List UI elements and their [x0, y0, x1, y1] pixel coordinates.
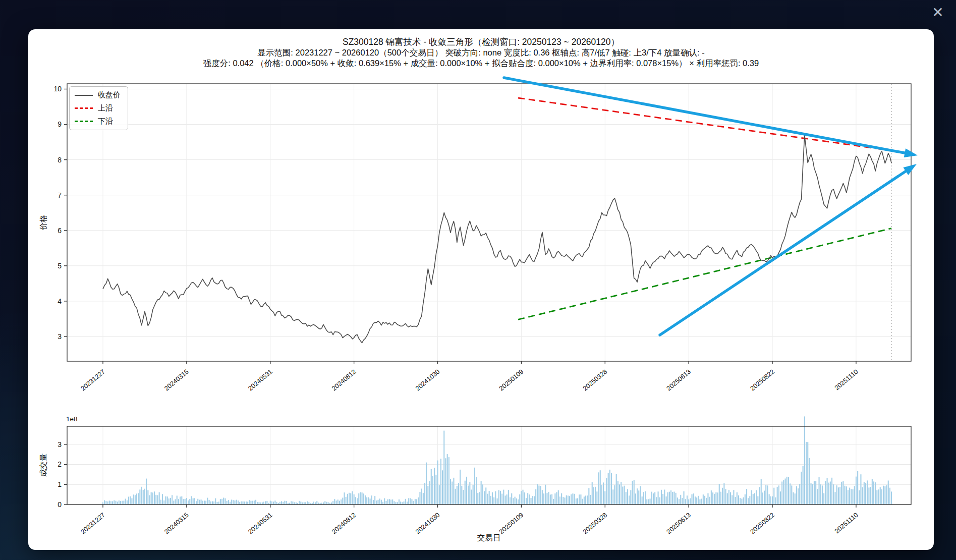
- close-icon[interactable]: ✕: [928, 2, 948, 22]
- trading-day-axis-label: 交易日: [477, 533, 501, 543]
- svg-text:20250109: 20250109: [497, 511, 525, 536]
- legend-close-line-sample: [75, 95, 93, 96]
- svg-text:20240812: 20240812: [330, 368, 358, 393]
- svg-text:20240531: 20240531: [247, 368, 274, 393]
- axes: 34567891001231e8202312272023122720240315…: [53, 84, 911, 535]
- chart-legend: 收盘价 上沿 下沿: [69, 86, 128, 130]
- figure-subtitle-score: 强度分: 0.042 （价格: 0.000×50% + 收敛: 0.639×15…: [28, 58, 934, 69]
- svg-text:1: 1: [58, 480, 62, 488]
- svg-text:20250328: 20250328: [581, 511, 608, 536]
- svg-text:20250109: 20250109: [497, 368, 525, 393]
- svg-text:20250822: 20250822: [749, 368, 776, 393]
- svg-text:3: 3: [58, 332, 62, 341]
- svg-text:0: 0: [58, 500, 62, 509]
- svg-text:4: 4: [58, 297, 62, 305]
- svg-text:20251110: 20251110: [833, 511, 859, 535]
- svg-text:2: 2: [58, 460, 62, 468]
- svg-text:20240531: 20240531: [247, 511, 274, 536]
- svg-text:20250822: 20250822: [749, 511, 776, 536]
- legend-upper-line-sample: [75, 107, 93, 109]
- figure-subtitle-range: 显示范围: 20231227 ~ 20260120（500个交易日） 突破方向:…: [28, 47, 934, 58]
- legend-item-close: 收盘价: [75, 90, 121, 100]
- svg-text:20240812: 20240812: [330, 511, 358, 536]
- svg-text:20240315: 20240315: [163, 368, 190, 393]
- svg-text:20250613: 20250613: [665, 511, 692, 536]
- volume-grid: [67, 426, 911, 505]
- legend-item-lower: 下沿: [75, 117, 121, 126]
- app-background: { "page": { "close_label": "✕", "backgro…: [0, 0, 956, 560]
- svg-text:1e8: 1e8: [66, 415, 78, 423]
- svg-text:20240315: 20240315: [163, 511, 190, 536]
- svg-text:20231227: 20231227: [79, 368, 106, 393]
- legend-upper-label: 上沿: [98, 103, 113, 113]
- svg-text:20250613: 20250613: [665, 368, 692, 393]
- svg-text:5: 5: [58, 262, 62, 270]
- svg-text:7: 7: [58, 191, 62, 199]
- svg-text:10: 10: [53, 85, 62, 93]
- legend-close-label: 收盘价: [98, 90, 121, 100]
- legend-lower-label: 下沿: [98, 117, 113, 126]
- svg-text:6: 6: [58, 227, 62, 235]
- svg-text:3: 3: [58, 440, 62, 449]
- price-axis-label: 价格: [38, 215, 49, 231]
- chart-modal-card: SZ300128 锦富技术 - 收敛三角形（检测窗口: 20250123 ~ 2…: [28, 29, 934, 550]
- svg-text:20251110: 20251110: [833, 368, 859, 391]
- legend-item-upper: 上沿: [75, 103, 121, 113]
- price-volume-chart-canvas: 34567891001231e8202312272023122720240315…: [28, 29, 934, 550]
- volume-plot: [102, 416, 892, 505]
- svg-text:20241030: 20241030: [414, 368, 441, 393]
- price-plot: [103, 84, 906, 361]
- figure-title: SZ300128 锦富技术 - 收敛三角形（检测窗口: 20250123 ~ 2…: [28, 36, 934, 47]
- volume-axis-label: 成交量: [38, 454, 49, 477]
- svg-text:20250328: 20250328: [581, 368, 608, 393]
- annotation-arrows: [504, 78, 918, 335]
- price-grid: [67, 84, 911, 361]
- figure-titles: SZ300128 锦富技术 - 收敛三角形（检测窗口: 20250123 ~ 2…: [28, 36, 934, 69]
- svg-text:20231227: 20231227: [79, 511, 106, 536]
- svg-text:8: 8: [58, 156, 62, 164]
- svg-text:9: 9: [58, 120, 62, 128]
- svg-text:20241030: 20241030: [414, 511, 441, 536]
- legend-lower-line-sample: [75, 121, 93, 122]
